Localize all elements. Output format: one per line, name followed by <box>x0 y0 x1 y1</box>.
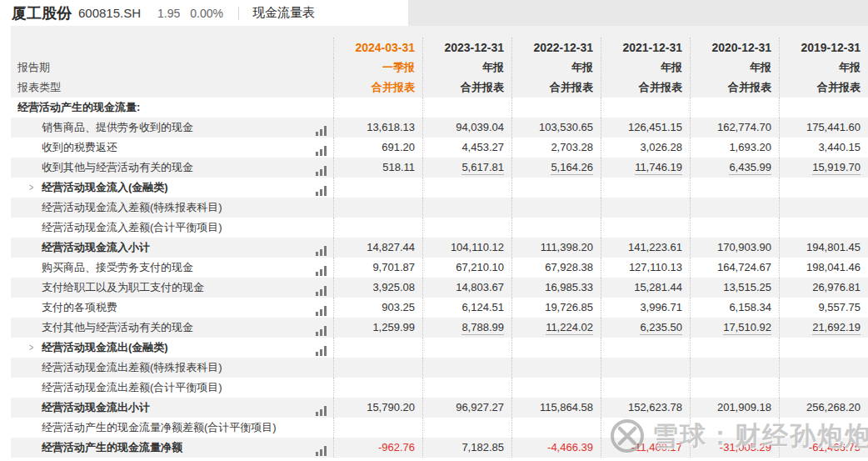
value-text: 1,259.99 <box>372 321 415 333</box>
row-header-type-label: 报表类型 <box>11 78 333 98</box>
cell-value: -31,005.29 <box>690 438 779 458</box>
value-text[interactable]: 5,164.26 <box>551 161 593 175</box>
stock-code: 600815.SH <box>78 6 141 20</box>
value-text: 16,985.33 <box>545 281 593 293</box>
cell-value: 164,724.67 <box>690 258 779 278</box>
cell-value: 6,435.99 <box>690 158 779 178</box>
cell-value <box>601 378 690 398</box>
column-header-date: 2022-12-31 <box>511 38 601 58</box>
column-header-type: 合并报表 <box>511 78 601 98</box>
expand-chevron-icon[interactable]: > <box>29 338 33 358</box>
bar-chart-icon[interactable] <box>316 183 327 193</box>
table-row: 支付给职工以及为职工支付的现金3,925.0814,803.6716,985.3… <box>11 278 868 298</box>
table-row: >经营活动现金流入(金融类) <box>11 178 868 198</box>
value-text[interactable]: 6,235.50 <box>640 321 682 335</box>
value-text[interactable]: 11,746.19 <box>635 161 682 175</box>
bar-chart-icon[interactable] <box>316 163 327 173</box>
table-header-period-row: 报告期一季报年报年报年报年报年报 <box>11 58 868 78</box>
value-text: 170,903.90 <box>717 241 771 253</box>
stock-header: 厦工股份 600815.SH 1.95 0.00% 现金流量表 <box>12 0 315 26</box>
cell-value: 19,726.85 <box>511 298 601 318</box>
value-text[interactable]: 6,435.99 <box>729 161 771 175</box>
cell-value: 11,224.02 <box>511 318 601 338</box>
row-label-cell[interactable]: >经营活动现金流出(金融类) <box>11 338 333 358</box>
value-text: 3,996.71 <box>640 301 682 313</box>
cell-value <box>422 338 511 358</box>
row-label-cell[interactable]: >经营活动现金流入(金融类) <box>11 178 333 198</box>
cell-value: 111,398.20 <box>511 238 601 258</box>
cell-value <box>601 178 690 198</box>
row-label-cell: 经营活动现金流出差额(特殊报表科目) <box>11 358 333 378</box>
table-row: 经营活动现金流入差额(合计平衡项目) <box>11 218 868 238</box>
value-text: 126,451.15 <box>628 121 682 133</box>
cell-value: 256,268.20 <box>779 398 868 418</box>
cell-value: 13,515.25 <box>690 278 779 298</box>
bar-chart-icon[interactable] <box>316 243 327 253</box>
row-header-period-label: 报告期 <box>11 58 333 78</box>
bar-chart-icon[interactable] <box>316 443 327 453</box>
bar-chart-icon[interactable] <box>316 283 327 293</box>
column-header-period: 一季报 <box>333 58 422 78</box>
value-text: 14,827.44 <box>367 241 415 253</box>
cell-value <box>333 378 422 398</box>
value-text[interactable]: 21,692.19 <box>812 321 861 335</box>
cell-value <box>333 358 422 378</box>
value-text: 7,182.85 <box>461 441 504 453</box>
bar-chart-icon[interactable] <box>316 303 327 313</box>
bar-chart-icon[interactable] <box>316 143 327 153</box>
row-label-cell: 购买商品、接受劳务支付的现金 <box>11 258 333 278</box>
expand-chevron-icon[interactable]: > <box>29 178 33 198</box>
table-row: 收到的税费返还691.204,453.272,703.283,026.281,6… <box>11 138 868 158</box>
cell-value: 14,827.44 <box>333 238 422 258</box>
cell-value: 6,158.34 <box>690 298 779 318</box>
table-row: >经营活动现金流出(金融类) <box>11 338 868 358</box>
row-label: 经营活动产生的现金流量: <box>11 98 140 118</box>
cell-value <box>333 198 422 218</box>
cell-value <box>690 418 779 438</box>
value-text[interactable]: 11,224.02 <box>546 321 593 335</box>
column-header-date: 2024-03-31 <box>333 38 422 58</box>
cell-value <box>779 358 868 378</box>
value-text: 164,724.67 <box>717 261 771 273</box>
cell-value <box>422 358 511 378</box>
bar-chart-icon[interactable] <box>316 403 327 413</box>
value-text: 198,041.46 <box>806 261 861 273</box>
cell-value: 67,928.38 <box>511 258 601 278</box>
cell-value: 3,026.28 <box>601 138 690 158</box>
cell-value <box>422 418 511 438</box>
value-text: 67,928.38 <box>545 261 593 273</box>
bar-chart-icon[interactable] <box>316 323 327 333</box>
cell-value <box>601 218 690 238</box>
table-row: 经营活动现金流出差额(合计平衡项目) <box>11 378 868 398</box>
cell-value: 26,976.81 <box>779 278 868 298</box>
value-text[interactable]: 15,919.70 <box>812 161 861 175</box>
table-row: 经营活动现金流出小计15,790.2096,927.27115,864.5815… <box>11 398 868 418</box>
bar-chart-icon[interactable] <box>316 263 327 273</box>
bar-chart-icon[interactable] <box>316 123 327 133</box>
value-text[interactable]: 8,788.99 <box>461 321 504 335</box>
row-label: 经营活动产生的现金流量净额 <box>11 438 182 458</box>
cell-value <box>511 338 601 358</box>
value-text: 256,268.20 <box>806 401 861 413</box>
row-label: 经营活动现金流出差额(合计平衡项目) <box>11 378 222 398</box>
value-text[interactable]: 5,617.81 <box>461 161 504 175</box>
value-text: 115,864.58 <box>540 401 593 413</box>
table-body: 经营活动产生的现金流量:销售商品、提供劳务收到的现金13,618.1394,03… <box>11 98 868 458</box>
row-label: 销售商品、提供劳务收到的现金 <box>11 118 193 138</box>
bar-chart-icon[interactable] <box>316 343 327 353</box>
cell-value <box>511 178 601 198</box>
column-header-type: 合并报表 <box>690 78 779 98</box>
value-text: 26,976.81 <box>812 281 861 293</box>
value-text: 518.11 <box>382 161 415 173</box>
cell-value <box>779 178 868 198</box>
cell-value <box>601 358 690 378</box>
value-text[interactable]: 17,510.92 <box>723 321 771 335</box>
cell-value <box>511 358 601 378</box>
column-header-type: 合并报表 <box>779 78 868 98</box>
cell-value: 1,693.20 <box>690 138 779 158</box>
table-row: 经营活动现金流出差额(特殊报表科目) <box>11 358 868 378</box>
value-text: 6,158.34 <box>729 301 771 313</box>
value-text: 3,026.28 <box>640 141 682 153</box>
cell-value <box>333 418 422 438</box>
cell-value: 9,701.87 <box>333 258 422 278</box>
